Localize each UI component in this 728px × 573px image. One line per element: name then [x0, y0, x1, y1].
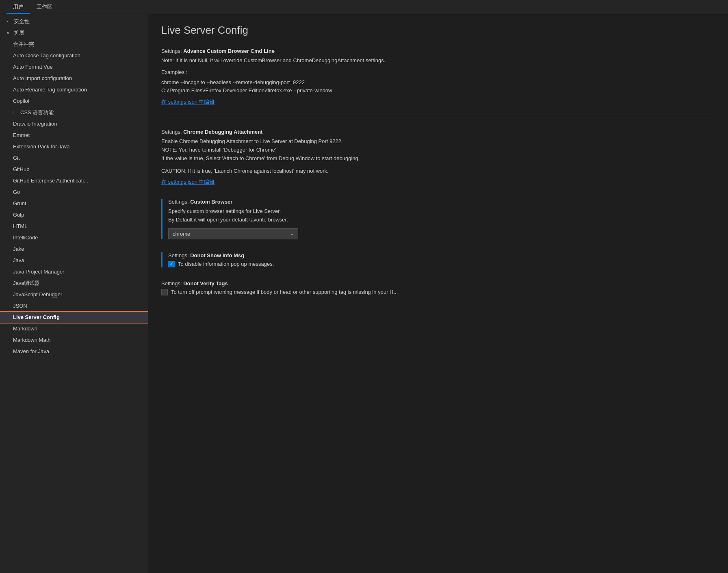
sidebar-item-go[interactable]: Go — [0, 187, 148, 198]
sidebar-item-intellicode[interactable]: IntelliCode — [0, 232, 148, 243]
sidebar-item-liveserver[interactable]: Live Server Config — [0, 312, 148, 323]
setting-title-advance: Settings: Advance Custom Browser Cmd Lin… — [161, 48, 715, 54]
sidebar-item-copilot[interactable]: Copilot — [0, 96, 148, 107]
dropdown-arrow-icon: ⌄ — [290, 231, 294, 237]
setting-advance-custom-browser: Settings: Advance Custom Browser Cmd Lin… — [161, 48, 715, 106]
top-tabs-bar: 用户 工作区 — [0, 0, 728, 14]
sidebar-item-githubenterprise[interactable]: GitHub Enterprise Authenticati... — [0, 175, 148, 187]
chevron-down-icon: ∨ — [6, 28, 12, 37]
browser-dropdown[interactable]: chrome ⌄ — [168, 228, 298, 239]
sidebar-item-mavenjava[interactable]: Maven for Java — [0, 346, 148, 357]
sidebar-item-github[interactable]: GitHub — [0, 164, 148, 175]
sidebar-item-autocloseconfig[interactable]: Auto Close Tag configuration — [0, 50, 148, 61]
sidebar-item-drawio[interactable]: Draw.io Integration — [0, 118, 148, 130]
tab-workspace[interactable]: 工作区 — [30, 1, 59, 14]
sidebar-item-anquan[interactable]: › 安全性 — [0, 16, 148, 27]
setting-title-verifytagss: Settings: Donot Verify Tags — [161, 280, 715, 286]
sidebar-item-markdownmath[interactable]: Markdown Math — [0, 334, 148, 346]
divider-1 — [161, 119, 715, 119]
setting-title-donotshow: Settings: Donot Show Info Msg — [168, 252, 715, 258]
setting-donot-show-info: Settings: Donot Show Info Msg ✓ To disab… — [161, 252, 715, 267]
sidebar-item-autoformatvue[interactable]: Auto Format Vue — [0, 61, 148, 73]
setting-title-chrome: Settings: Chrome Debugging Attachment — [161, 129, 715, 135]
sidebar-item-autorename[interactable]: Auto Rename Tag configuration — [0, 84, 148, 96]
sidebar-item-jake[interactable]: Jake — [0, 243, 148, 255]
sidebar-item-jsdebugger[interactable]: JavaScript Debugger — [0, 289, 148, 300]
sidebar-item-autoimport[interactable]: Auto Import configuration — [0, 73, 148, 84]
sidebar: › 安全性 ∨ 扩展 合并冲突 Auto Close Tag configura… — [0, 14, 148, 573]
sidebar-item-gulp[interactable]: Gulp — [0, 209, 148, 221]
browser-dropdown-container: chrome ⌄ — [168, 228, 715, 239]
sidebar-item-css[interactable]: › CSS 语言功能 — [0, 107, 148, 118]
content-area: Live Server Config Settings: Advance Cus… — [148, 14, 728, 573]
checkbox-unchecked-icon[interactable] — [161, 289, 168, 295]
checkbox-label-verifytags: To turn off prompt warning message if bo… — [171, 289, 398, 295]
chevron-right-icon-css: › — [13, 108, 19, 117]
sidebar-item-extensionpack[interactable]: Extension Pack for Java — [0, 141, 148, 152]
checkbox-label-donotshow: To disable information pop up messages. — [178, 261, 274, 267]
checkbox-row-verifytags: To turn off prompt warning message if bo… — [161, 289, 715, 295]
setting-custom-browser: Settings: Custom Browser Specify custom … — [161, 199, 715, 239]
checkbox-row-donotshow: ✓ To disable information pop up messages… — [168, 261, 715, 267]
chevron-right-icon: › — [6, 17, 12, 26]
dropdown-value: chrome — [173, 231, 190, 237]
sidebar-item-javadebugger[interactable]: Java调试器 — [0, 278, 148, 289]
page-title: Live Server Config — [161, 24, 715, 37]
sidebar-item-java[interactable]: Java — [0, 255, 148, 266]
setting-donot-verify-tags: Settings: Donot Verify Tags To turn off … — [161, 280, 715, 295]
setting-desc-chrome-1: Enable Chrome Debugging Attachment to Li… — [161, 137, 715, 163]
sidebar-item-html[interactable]: HTML — [0, 221, 148, 232]
main-layout: › 安全性 ∨ 扩展 合并冲突 Auto Close Tag configura… — [0, 14, 728, 573]
sidebar-item-json[interactable]: JSON — [0, 300, 148, 312]
setting-desc-advance-1: Note: If it is not Null, It will overrid… — [161, 56, 715, 65]
sidebar-item-hebing[interactable]: 合并冲突 — [0, 39, 148, 50]
settings-json-link-chrome[interactable]: 在 settings.json 中编辑 — [161, 179, 215, 185]
setting-desc-chrome-caution: CAUTION: If it is true, 'Launch Chrome a… — [161, 167, 715, 176]
setting-title-custombrowser: Settings: Custom Browser — [168, 199, 715, 205]
settings-json-link-advance[interactable]: 在 settings.json 中编辑 — [161, 99, 215, 105]
sidebar-item-markdown[interactable]: Markdown — [0, 323, 148, 334]
sidebar-item-kuozhan[interactable]: ∨ 扩展 — [0, 27, 148, 39]
setting-desc-custombrowser: Specify custom browser settings for Live… — [168, 207, 715, 224]
sidebar-item-grunt[interactable]: Grunt — [0, 198, 148, 209]
sidebar-item-emmet[interactable]: Emmet — [0, 130, 148, 141]
checkbox-checked-icon[interactable]: ✓ — [168, 261, 175, 267]
setting-chrome-debugging: Settings: Chrome Debugging Attachment En… — [161, 129, 715, 186]
sidebar-item-git[interactable]: Git — [0, 152, 148, 164]
sidebar-item-javaproject[interactable]: Java Project Manager — [0, 266, 148, 278]
tab-user[interactable]: 用户 — [6, 1, 30, 14]
setting-desc-advance-examples: Examples : chrome --incognito --headless… — [161, 68, 715, 95]
